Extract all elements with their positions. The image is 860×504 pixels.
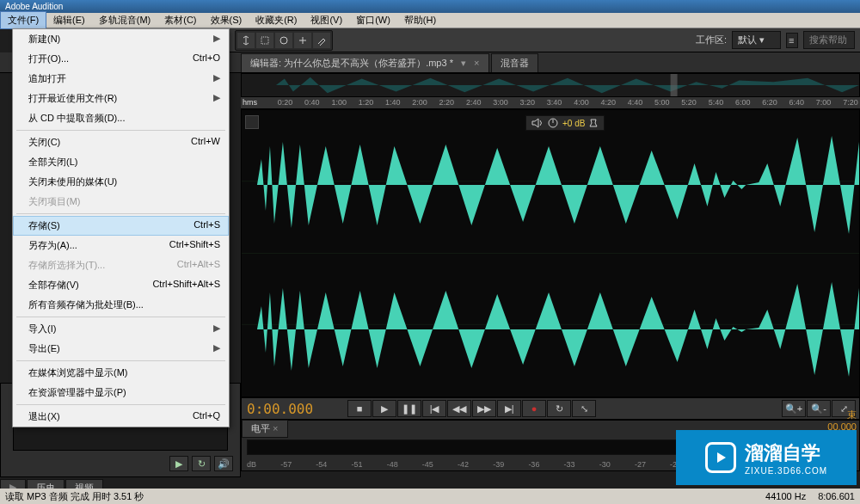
menu-item[interactable]: 导出(E)▶ bbox=[13, 339, 229, 359]
workspace-menu-icon[interactable]: ≡ bbox=[786, 33, 798, 48]
select-tool-icon[interactable] bbox=[256, 33, 273, 48]
ruler-mark: 6:40 bbox=[789, 98, 805, 107]
menu-effects[interactable]: 效果(S) bbox=[204, 12, 249, 28]
status-bar: 读取 MP3 音频 完成 用时 3.51 秒 44100 Hz 8:06.601 bbox=[0, 489, 860, 504]
time-tool-icon[interactable] bbox=[275, 33, 292, 48]
menu-help[interactable]: 帮助(H) bbox=[397, 12, 443, 28]
gain-value: +0 dB bbox=[562, 119, 585, 128]
menu-multitrack[interactable]: 多轨混音(M) bbox=[92, 12, 158, 28]
pin-icon[interactable] bbox=[588, 118, 599, 128]
menu-item[interactable]: 导入(I)▶ bbox=[13, 319, 229, 339]
skip-end-button[interactable]: ▶| bbox=[497, 400, 521, 417]
ruler-mark: 7:20 bbox=[843, 98, 858, 107]
waveform-left-channel bbox=[249, 120, 859, 249]
menu-item[interactable]: 在媒体浏览器中显示(M) bbox=[13, 363, 229, 383]
ruler-mark: 2:20 bbox=[439, 98, 455, 107]
search-help-input[interactable]: 搜索帮助 bbox=[803, 31, 855, 49]
menu-item[interactable]: 打开(O)...Ctrl+O bbox=[13, 49, 229, 69]
levels-tab[interactable]: 电平 × bbox=[242, 420, 288, 438]
menu-item: 关闭项目(M) bbox=[13, 192, 229, 212]
ruler-mark: 3:20 bbox=[520, 98, 536, 107]
svg-point-1 bbox=[280, 37, 287, 44]
close-icon[interactable]: × bbox=[474, 58, 479, 68]
ruler-mark: 0:40 bbox=[304, 98, 320, 107]
ruler-mark: 6:00 bbox=[735, 98, 751, 107]
ruler-mark: 7:00 bbox=[816, 98, 832, 107]
db-tick: -33 bbox=[564, 460, 575, 469]
skip-selection-button[interactable]: ⤡ bbox=[572, 400, 596, 417]
workspace-dropdown[interactable]: 默认 ▾ bbox=[732, 31, 781, 49]
pause-button[interactable]: ❚❚ bbox=[397, 400, 421, 417]
db-tick: -36 bbox=[528, 460, 539, 469]
menu-item: 存储所选择为(T)...Ctrl+Alt+S bbox=[13, 255, 229, 275]
db-tick: -27 bbox=[635, 460, 646, 469]
menu-view[interactable]: 视图(V) bbox=[304, 12, 349, 28]
status-text: 读取 MP3 音频 完成 用时 3.51 秒 bbox=[5, 490, 144, 503]
menu-bar: 文件(F) 编辑(E) 多轨混音(M) 素材(C) 效果(S) 收藏夹(R) 视… bbox=[0, 13, 860, 28]
menu-item[interactable]: 存储(S)Ctrl+S bbox=[13, 216, 229, 236]
db-tick: dB bbox=[247, 460, 256, 469]
panel-autoplay-icon[interactable]: 🔊 bbox=[214, 456, 233, 471]
tab-editor[interactable]: 编辑器: 为什么你总是不高兴（你若盛开）.mp3 * ▾ × bbox=[241, 53, 489, 72]
stop-button[interactable]: ■ bbox=[347, 400, 372, 417]
skip-start-button[interactable]: |◀ bbox=[422, 400, 446, 417]
volume-icon bbox=[531, 118, 544, 128]
menu-item[interactable]: 关闭(C)Ctrl+W bbox=[13, 132, 229, 152]
menu-window[interactable]: 窗口(W) bbox=[349, 12, 397, 28]
menu-favorites[interactable]: 收藏夹(R) bbox=[249, 12, 304, 28]
menu-item[interactable]: 所有音频存储为批处理(B)... bbox=[13, 295, 229, 315]
menu-item[interactable]: 从 CD 中提取音频(D)... bbox=[13, 108, 229, 128]
play-button[interactable]: ▶ bbox=[372, 400, 396, 417]
menu-edit[interactable]: 编辑(E) bbox=[46, 12, 92, 28]
ruler-mark: 2:40 bbox=[466, 98, 482, 107]
ruler-mark: 3:40 bbox=[547, 98, 562, 107]
main-waveform[interactable]: +0 dB bbox=[241, 109, 860, 397]
tab-mixer[interactable]: 混音器 bbox=[491, 53, 538, 72]
db-tick: -54 bbox=[316, 460, 327, 469]
menu-item[interactable]: 退出(X)Ctrl+Q bbox=[13, 407, 229, 427]
db-tick: -48 bbox=[387, 460, 398, 469]
forward-button[interactable]: ▶▶ bbox=[472, 400, 496, 417]
waveform-overview[interactable] bbox=[241, 73, 860, 97]
watermark: 溜溜自学 ZIXUE.3D66.COM bbox=[676, 430, 857, 485]
db-tick: -39 bbox=[493, 460, 504, 469]
svg-rect-3 bbox=[671, 74, 678, 96]
panel-loop-icon[interactable]: ↻ bbox=[192, 456, 211, 471]
menu-item[interactable]: 关闭未使用的媒体(U) bbox=[13, 172, 229, 192]
menu-item[interactable]: 追加打开▶ bbox=[13, 69, 229, 89]
menu-item[interactable]: 打开最近使用文件(R)▶ bbox=[13, 89, 229, 108]
menu-item[interactable]: 另存为(A)...Ctrl+Shift+S bbox=[13, 236, 229, 255]
timecode-display[interactable]: 0:00.000 bbox=[242, 401, 313, 417]
time-ruler[interactable]: hms 0:200:401:001:201:402:002:202:403:00… bbox=[241, 97, 860, 109]
selection-end-label: 束 bbox=[788, 409, 857, 421]
db-tick: -57 bbox=[280, 460, 292, 469]
menu-item[interactable]: 新建(N)▶ bbox=[13, 29, 229, 49]
watermark-play-icon bbox=[705, 442, 736, 473]
menu-item[interactable]: 全部关闭(L) bbox=[13, 152, 229, 172]
rewind-button[interactable]: ◀◀ bbox=[447, 400, 471, 417]
ruler-mark: 1:40 bbox=[385, 98, 401, 107]
menu-item[interactable]: 在资源管理器中显示(P) bbox=[13, 383, 229, 403]
status-duration: 8:06.601 bbox=[818, 491, 855, 501]
gain-knob-icon bbox=[547, 118, 559, 128]
ruler-mark: 0:20 bbox=[278, 98, 293, 107]
menu-clip[interactable]: 素材(C) bbox=[157, 12, 203, 28]
cursor-tool-icon[interactable] bbox=[237, 33, 255, 48]
move-tool-icon[interactable] bbox=[294, 33, 311, 48]
db-tick: -45 bbox=[422, 460, 433, 469]
ruler-mark: 4:20 bbox=[600, 98, 616, 107]
file-menu-dropdown: 新建(N)▶打开(O)...Ctrl+O追加打开▶打开最近使用文件(R)▶从 C… bbox=[12, 28, 230, 427]
db-tick: -30 bbox=[599, 460, 611, 469]
gain-indicator[interactable]: +0 dB bbox=[525, 115, 605, 131]
menu-file[interactable]: 文件(F) bbox=[0, 11, 46, 29]
chevron-down-icon[interactable]: ▾ bbox=[461, 58, 466, 68]
tool-group bbox=[235, 30, 333, 51]
ruler-mark: 1:20 bbox=[359, 98, 374, 107]
loop-button[interactable]: ↻ bbox=[547, 400, 571, 417]
ruler-mark: 1:00 bbox=[331, 98, 347, 107]
brush-tool-icon[interactable] bbox=[313, 33, 330, 48]
record-button[interactable]: ● bbox=[522, 400, 546, 417]
menu-item[interactable]: 全部存储(V)Ctrl+Shift+Alt+S bbox=[13, 275, 229, 295]
status-samplerate: 44100 Hz bbox=[765, 491, 806, 501]
panel-play-icon[interactable]: ▶ bbox=[169, 456, 188, 471]
